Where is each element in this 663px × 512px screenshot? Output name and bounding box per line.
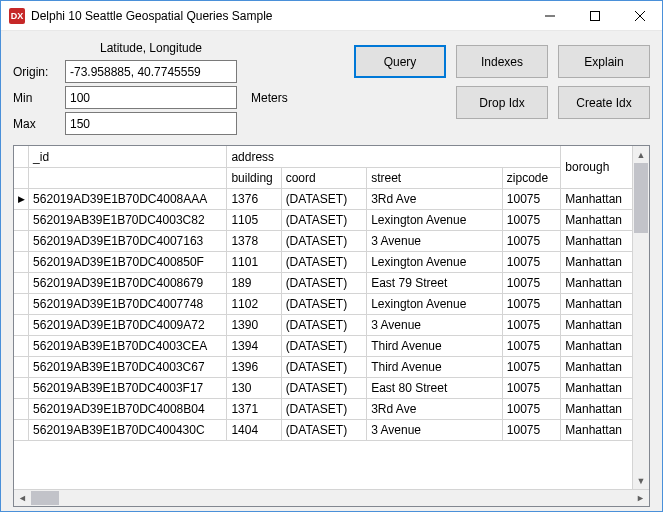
table-row[interactable]: 562019AB39E1B70DC400430C1404(DATASET)3 A… <box>14 419 649 440</box>
cell-building: 1390 <box>227 314 281 335</box>
vscroll-thumb[interactable] <box>634 163 648 233</box>
button-panel: Query Indexes Explain Drop Idx Create Id… <box>354 41 650 119</box>
create-idx-button[interactable]: Create Idx <box>558 86 650 119</box>
data-grid[interactable]: _id address borough c building coord str… <box>13 145 650 507</box>
cell-building: 1404 <box>227 419 281 440</box>
cell-borough: Manhattan <box>561 419 634 440</box>
table-row[interactable]: 562019AD39E1B70DC4009A721390(DATASET)3 A… <box>14 314 649 335</box>
cell-street: Third Avenue <box>367 335 503 356</box>
cell-id: 562019AB39E1B70DC400430C <box>29 419 227 440</box>
row-indicator <box>14 398 29 419</box>
table-row[interactable]: 562019AD39E1B70DC400850F1101(DATASET)Lex… <box>14 251 649 272</box>
cell-street: Lexington Avenue <box>367 251 503 272</box>
cell-id: 562019AD39E1B70DC400850F <box>29 251 227 272</box>
table-row[interactable]: 562019AD39E1B70DC4008B041371(DATASET)3Rd… <box>14 398 649 419</box>
table-row[interactable]: ▶562019AD39E1B70DC4008AAA1376(DATASET)3R… <box>14 188 649 209</box>
top-panel: Latitude, Longitude Origin: Min Max Mete… <box>13 41 650 135</box>
table-row[interactable]: 562019AD39E1B70DC40071631378(DATASET)3 A… <box>14 230 649 251</box>
cell-borough: Manhattan <box>561 272 634 293</box>
cell-building: 1101 <box>227 251 281 272</box>
scroll-down-icon[interactable]: ▼ <box>633 472 649 489</box>
row-indicator <box>14 209 29 230</box>
meters-label: Meters <box>249 91 294 105</box>
minimize-button[interactable] <box>527 1 572 30</box>
cell-coord: (DATASET) <box>281 251 367 272</box>
vertical-scrollbar[interactable]: ▲ ▼ <box>632 146 649 489</box>
cell-zipcode: 10075 <box>502 293 560 314</box>
cell-zipcode: 10075 <box>502 251 560 272</box>
cell-zipcode: 10075 <box>502 188 560 209</box>
max-input[interactable] <box>65 112 237 135</box>
query-button[interactable]: Query <box>354 45 446 78</box>
table-row[interactable]: 562019AB39E1B70DC4003C671396(DATASET)Thi… <box>14 356 649 377</box>
maximize-button[interactable] <box>572 1 617 30</box>
cell-coord: (DATASET) <box>281 188 367 209</box>
col-street[interactable]: street <box>367 167 503 188</box>
titlebar: DX Delphi 10 Seattle Geospatial Queries … <box>1 1 662 31</box>
row-indicator: ▶ <box>14 188 29 209</box>
cell-id: 562019AB39E1B70DC4003C82 <box>29 209 227 230</box>
cell-coord: (DATASET) <box>281 398 367 419</box>
drop-idx-button[interactable]: Drop Idx <box>456 86 548 119</box>
table-row[interactable]: 562019AB39E1B70DC4003CEA1394(DATASET)Thi… <box>14 335 649 356</box>
cell-street: East 79 Street <box>367 272 503 293</box>
row-indicator <box>14 293 29 314</box>
cell-id: 562019AB39E1B70DC4003F17 <box>29 377 227 398</box>
cell-building: 1378 <box>227 230 281 251</box>
cell-borough: Manhattan <box>561 335 634 356</box>
scroll-left-icon[interactable]: ◄ <box>14 490 31 506</box>
scroll-right-icon[interactable]: ► <box>632 490 649 506</box>
col-coord[interactable]: coord <box>281 167 367 188</box>
cell-coord: (DATASET) <box>281 419 367 440</box>
client-area: Latitude, Longitude Origin: Min Max Mete… <box>1 31 662 511</box>
cell-coord: (DATASET) <box>281 314 367 335</box>
col-borough[interactable]: borough <box>561 146 634 188</box>
row-indicator <box>14 419 29 440</box>
cell-street: 3Rd Ave <box>367 398 503 419</box>
origin-input[interactable] <box>65 60 237 83</box>
scroll-up-icon[interactable]: ▲ <box>633 146 649 163</box>
cell-borough: Manhattan <box>561 314 634 335</box>
cell-zipcode: 10075 <box>502 419 560 440</box>
col-id[interactable]: _id <box>29 146 227 167</box>
table-row[interactable]: 562019AD39E1B70DC4008679189(DATASET)East… <box>14 272 649 293</box>
close-button[interactable] <box>617 1 662 30</box>
cell-street: 3 Avenue <box>367 314 503 335</box>
cell-street: 3Rd Ave <box>367 188 503 209</box>
indexes-button[interactable]: Indexes <box>456 45 548 78</box>
cell-borough: Manhattan <box>561 293 634 314</box>
grid-header: _id address borough c building coord str… <box>14 146 649 188</box>
explain-button[interactable]: Explain <box>558 45 650 78</box>
min-input[interactable] <box>65 86 237 109</box>
cell-borough: Manhattan <box>561 377 634 398</box>
cell-zipcode: 10075 <box>502 209 560 230</box>
cell-borough: Manhattan <box>561 209 634 230</box>
cell-zipcode: 10075 <box>502 398 560 419</box>
cell-street: 3 Avenue <box>367 230 503 251</box>
row-indicator <box>14 314 29 335</box>
cell-borough: Manhattan <box>561 188 634 209</box>
cell-building: 1102 <box>227 293 281 314</box>
col-address[interactable]: address <box>227 146 561 167</box>
cell-building: 1371 <box>227 398 281 419</box>
table-row[interactable]: 562019AD39E1B70DC40077481102(DATASET)Lex… <box>14 293 649 314</box>
table-row[interactable]: 562019AB39E1B70DC4003F17130(DATASET)East… <box>14 377 649 398</box>
input-grid: Latitude, Longitude Origin: Min Max <box>13 41 237 135</box>
cell-building: 130 <box>227 377 281 398</box>
cell-zipcode: 10075 <box>502 335 560 356</box>
lat-lon-label: Latitude, Longitude <box>65 41 237 57</box>
cell-coord: (DATASET) <box>281 356 367 377</box>
horizontal-scrollbar[interactable]: ◄ ► <box>14 489 649 506</box>
cell-building: 1394 <box>227 335 281 356</box>
max-label: Max <box>13 117 59 131</box>
table-row[interactable]: 562019AB39E1B70DC4003C821105(DATASET)Lex… <box>14 209 649 230</box>
cell-id: 562019AD39E1B70DC4007163 <box>29 230 227 251</box>
cell-building: 1376 <box>227 188 281 209</box>
cell-borough: Manhattan <box>561 251 634 272</box>
origin-label: Origin: <box>13 65 59 79</box>
cell-borough: Manhattan <box>561 398 634 419</box>
hscroll-thumb[interactable] <box>31 491 59 505</box>
cell-coord: (DATASET) <box>281 272 367 293</box>
col-zip[interactable]: zipcode <box>502 167 560 188</box>
col-building[interactable]: building <box>227 167 281 188</box>
